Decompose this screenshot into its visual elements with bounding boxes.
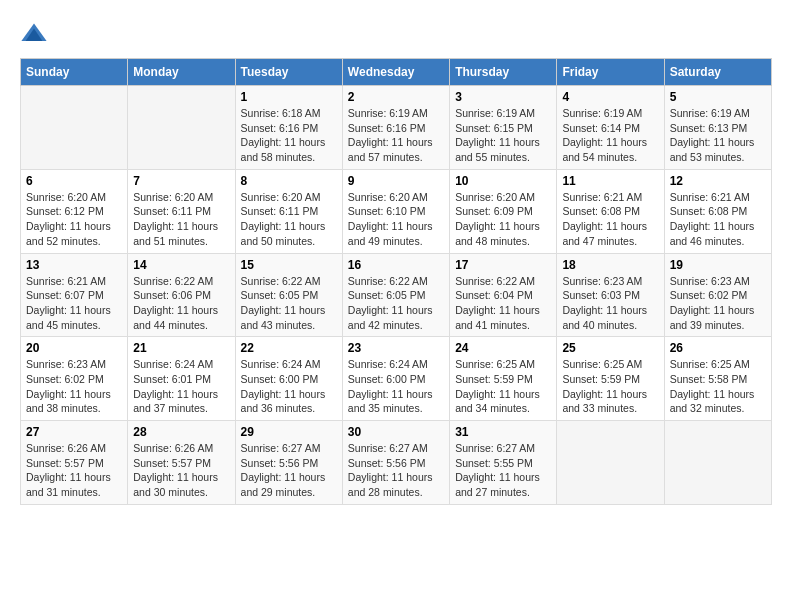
calendar-cell: 7Sunrise: 6:20 AM Sunset: 6:11 PM Daylig…: [128, 169, 235, 253]
day-info: Sunrise: 6:27 AM Sunset: 5:56 PM Dayligh…: [348, 441, 444, 500]
calendar-cell: 22Sunrise: 6:24 AM Sunset: 6:00 PM Dayli…: [235, 337, 342, 421]
calendar-cell: 10Sunrise: 6:20 AM Sunset: 6:09 PM Dayli…: [450, 169, 557, 253]
logo: [20, 20, 52, 48]
calendar-cell: 13Sunrise: 6:21 AM Sunset: 6:07 PM Dayli…: [21, 253, 128, 337]
day-number: 14: [133, 258, 229, 272]
calendar-cell: 2Sunrise: 6:19 AM Sunset: 6:16 PM Daylig…: [342, 86, 449, 170]
calendar-cell: 29Sunrise: 6:27 AM Sunset: 5:56 PM Dayli…: [235, 421, 342, 505]
day-info: Sunrise: 6:21 AM Sunset: 6:07 PM Dayligh…: [26, 274, 122, 333]
day-info: Sunrise: 6:19 AM Sunset: 6:13 PM Dayligh…: [670, 106, 766, 165]
day-number: 16: [348, 258, 444, 272]
day-info: Sunrise: 6:20 AM Sunset: 6:12 PM Dayligh…: [26, 190, 122, 249]
day-info: Sunrise: 6:20 AM Sunset: 6:09 PM Dayligh…: [455, 190, 551, 249]
day-info: Sunrise: 6:23 AM Sunset: 6:02 PM Dayligh…: [26, 357, 122, 416]
calendar-cell: [128, 86, 235, 170]
calendar-cell: 20Sunrise: 6:23 AM Sunset: 6:02 PM Dayli…: [21, 337, 128, 421]
calendar-cell: 12Sunrise: 6:21 AM Sunset: 6:08 PM Dayli…: [664, 169, 771, 253]
calendar-cell: 23Sunrise: 6:24 AM Sunset: 6:00 PM Dayli…: [342, 337, 449, 421]
day-info: Sunrise: 6:25 AM Sunset: 5:59 PM Dayligh…: [562, 357, 658, 416]
day-info: Sunrise: 6:24 AM Sunset: 6:00 PM Dayligh…: [348, 357, 444, 416]
calendar-cell: 4Sunrise: 6:19 AM Sunset: 6:14 PM Daylig…: [557, 86, 664, 170]
day-info: Sunrise: 6:19 AM Sunset: 6:14 PM Dayligh…: [562, 106, 658, 165]
day-number: 23: [348, 341, 444, 355]
calendar-cell: 28Sunrise: 6:26 AM Sunset: 5:57 PM Dayli…: [128, 421, 235, 505]
day-info: Sunrise: 6:22 AM Sunset: 6:06 PM Dayligh…: [133, 274, 229, 333]
day-number: 22: [241, 341, 337, 355]
calendar-cell: 27Sunrise: 6:26 AM Sunset: 5:57 PM Dayli…: [21, 421, 128, 505]
calendar-week-3: 13Sunrise: 6:21 AM Sunset: 6:07 PM Dayli…: [21, 253, 772, 337]
day-info: Sunrise: 6:25 AM Sunset: 5:59 PM Dayligh…: [455, 357, 551, 416]
day-number: 1: [241, 90, 337, 104]
day-number: 28: [133, 425, 229, 439]
weekday-header-friday: Friday: [557, 59, 664, 86]
day-info: Sunrise: 6:22 AM Sunset: 6:05 PM Dayligh…: [348, 274, 444, 333]
day-info: Sunrise: 6:20 AM Sunset: 6:11 PM Dayligh…: [241, 190, 337, 249]
calendar-week-4: 20Sunrise: 6:23 AM Sunset: 6:02 PM Dayli…: [21, 337, 772, 421]
day-number: 25: [562, 341, 658, 355]
calendar-cell: 19Sunrise: 6:23 AM Sunset: 6:02 PM Dayli…: [664, 253, 771, 337]
day-number: 30: [348, 425, 444, 439]
day-number: 8: [241, 174, 337, 188]
day-number: 4: [562, 90, 658, 104]
weekday-header-thursday: Thursday: [450, 59, 557, 86]
day-info: Sunrise: 6:22 AM Sunset: 6:05 PM Dayligh…: [241, 274, 337, 333]
day-info: Sunrise: 6:21 AM Sunset: 6:08 PM Dayligh…: [670, 190, 766, 249]
calendar-cell: 30Sunrise: 6:27 AM Sunset: 5:56 PM Dayli…: [342, 421, 449, 505]
day-info: Sunrise: 6:20 AM Sunset: 6:10 PM Dayligh…: [348, 190, 444, 249]
calendar-cell: [664, 421, 771, 505]
weekday-header-saturday: Saturday: [664, 59, 771, 86]
calendar-cell: 25Sunrise: 6:25 AM Sunset: 5:59 PM Dayli…: [557, 337, 664, 421]
calendar-cell: 24Sunrise: 6:25 AM Sunset: 5:59 PM Dayli…: [450, 337, 557, 421]
day-number: 26: [670, 341, 766, 355]
calendar-cell: 18Sunrise: 6:23 AM Sunset: 6:03 PM Dayli…: [557, 253, 664, 337]
calendar-cell: 17Sunrise: 6:22 AM Sunset: 6:04 PM Dayli…: [450, 253, 557, 337]
day-info: Sunrise: 6:19 AM Sunset: 6:16 PM Dayligh…: [348, 106, 444, 165]
weekday-header-row: SundayMondayTuesdayWednesdayThursdayFrid…: [21, 59, 772, 86]
day-info: Sunrise: 6:23 AM Sunset: 6:02 PM Dayligh…: [670, 274, 766, 333]
day-info: Sunrise: 6:27 AM Sunset: 5:56 PM Dayligh…: [241, 441, 337, 500]
weekday-header-tuesday: Tuesday: [235, 59, 342, 86]
day-info: Sunrise: 6:22 AM Sunset: 6:04 PM Dayligh…: [455, 274, 551, 333]
day-number: 24: [455, 341, 551, 355]
day-info: Sunrise: 6:24 AM Sunset: 6:01 PM Dayligh…: [133, 357, 229, 416]
day-number: 31: [455, 425, 551, 439]
day-number: 15: [241, 258, 337, 272]
day-number: 13: [26, 258, 122, 272]
day-info: Sunrise: 6:27 AM Sunset: 5:55 PM Dayligh…: [455, 441, 551, 500]
calendar-table: SundayMondayTuesdayWednesdayThursdayFrid…: [20, 58, 772, 505]
day-info: Sunrise: 6:23 AM Sunset: 6:03 PM Dayligh…: [562, 274, 658, 333]
day-number: 21: [133, 341, 229, 355]
weekday-header-monday: Monday: [128, 59, 235, 86]
day-number: 29: [241, 425, 337, 439]
day-number: 3: [455, 90, 551, 104]
day-number: 19: [670, 258, 766, 272]
day-number: 27: [26, 425, 122, 439]
calendar-cell: 1Sunrise: 6:18 AM Sunset: 6:16 PM Daylig…: [235, 86, 342, 170]
calendar-cell: 16Sunrise: 6:22 AM Sunset: 6:05 PM Dayli…: [342, 253, 449, 337]
calendar-cell: 5Sunrise: 6:19 AM Sunset: 6:13 PM Daylig…: [664, 86, 771, 170]
day-number: 17: [455, 258, 551, 272]
logo-icon: [20, 20, 48, 48]
calendar-cell: 14Sunrise: 6:22 AM Sunset: 6:06 PM Dayli…: [128, 253, 235, 337]
day-number: 7: [133, 174, 229, 188]
calendar-cell: 15Sunrise: 6:22 AM Sunset: 6:05 PM Dayli…: [235, 253, 342, 337]
calendar-week-1: 1Sunrise: 6:18 AM Sunset: 6:16 PM Daylig…: [21, 86, 772, 170]
calendar-week-2: 6Sunrise: 6:20 AM Sunset: 6:12 PM Daylig…: [21, 169, 772, 253]
day-number: 18: [562, 258, 658, 272]
calendar-cell: [21, 86, 128, 170]
calendar-cell: 26Sunrise: 6:25 AM Sunset: 5:58 PM Dayli…: [664, 337, 771, 421]
page-header: [20, 20, 772, 48]
day-number: 12: [670, 174, 766, 188]
day-info: Sunrise: 6:20 AM Sunset: 6:11 PM Dayligh…: [133, 190, 229, 249]
calendar-cell: 21Sunrise: 6:24 AM Sunset: 6:01 PM Dayli…: [128, 337, 235, 421]
day-info: Sunrise: 6:18 AM Sunset: 6:16 PM Dayligh…: [241, 106, 337, 165]
calendar-week-5: 27Sunrise: 6:26 AM Sunset: 5:57 PM Dayli…: [21, 421, 772, 505]
calendar-cell: 8Sunrise: 6:20 AM Sunset: 6:11 PM Daylig…: [235, 169, 342, 253]
calendar-cell: 31Sunrise: 6:27 AM Sunset: 5:55 PM Dayli…: [450, 421, 557, 505]
day-info: Sunrise: 6:25 AM Sunset: 5:58 PM Dayligh…: [670, 357, 766, 416]
day-number: 6: [26, 174, 122, 188]
day-info: Sunrise: 6:26 AM Sunset: 5:57 PM Dayligh…: [133, 441, 229, 500]
day-number: 10: [455, 174, 551, 188]
day-number: 9: [348, 174, 444, 188]
day-info: Sunrise: 6:26 AM Sunset: 5:57 PM Dayligh…: [26, 441, 122, 500]
